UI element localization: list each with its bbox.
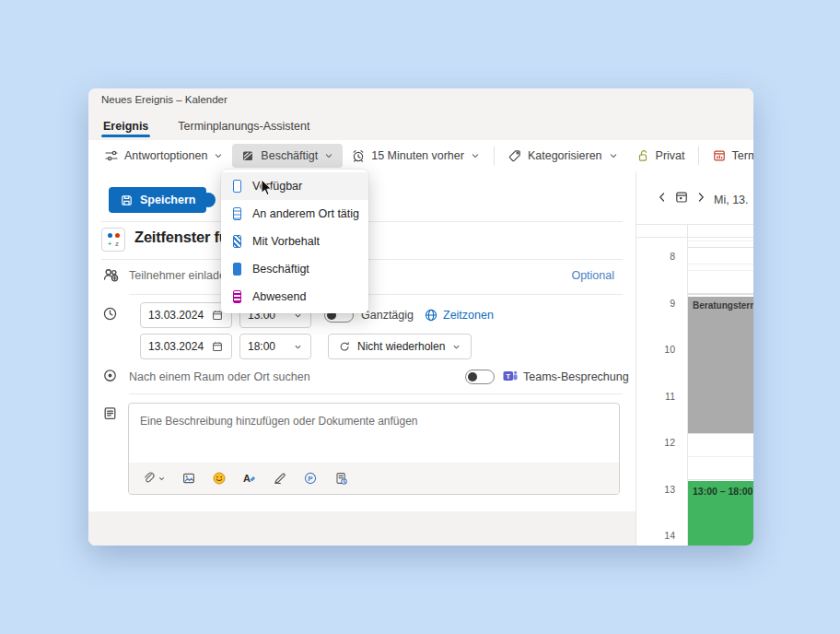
save-button[interactable]: Speichern [109,187,206,213]
previous-day-button[interactable] [657,192,668,203]
sync-icon [338,340,351,353]
time-zones-link[interactable]: Zeitzonen [443,309,494,322]
tab-ereignis[interactable]: Ereignis [101,120,150,140]
status-option-beschaeftigt[interactable]: Beschäftigt [221,255,368,283]
chevron-down-icon [608,150,619,161]
response-options-button[interactable]: Antwortoptionen [96,144,232,168]
attach-file-button[interactable] [142,471,166,486]
status-busy-swatch-icon [233,263,241,276]
toolbar-divider [494,147,495,165]
desktop-background: Neues Ereignis – Kalender Ereignis Termi… [0,0,840,634]
chevron-down-icon [323,150,334,161]
next-day-button[interactable] [695,192,706,203]
start-date-value: 13.03.2024 [148,309,205,322]
private-button[interactable]: Privat [627,144,694,168]
draw-pen-button[interactable] [273,471,287,486]
globe-icon [424,308,438,323]
categorize-label: Kategorisieren [528,149,602,162]
description-placeholder: Eine Beschreibung hinzufügen oder Dokume… [129,404,619,428]
reminder-button[interactable]: 15 Minuten vorher [343,144,489,168]
svg-text:T: T [506,372,510,381]
mouse-cursor [261,179,274,197]
chevron-down-icon [451,342,461,352]
end-date-input[interactable]: 13.03.2024 [140,334,232,359]
hour-label: 11 [636,391,675,402]
save-label: Speichern [140,194,195,206]
status-option-label: Beschäftigt [252,263,309,276]
day-header-date[interactable]: Mi, 13. [714,194,749,206]
scheduling-poll-button[interactable]: Terminplanungsumfrage [704,144,753,168]
ribbon-toolbar: Antwortoptionen Beschäftigt [88,140,753,171]
end-time-input[interactable]: 18:00 [239,334,311,359]
calendar-event-new-timeslot[interactable]: 13:00 – 18:00 [688,481,753,546]
private-label: Privat [656,149,685,162]
status-away-swatch-icon [233,290,241,303]
hour-label: 8 [636,251,675,262]
ribbon-tabs: Ereignis Terminplanungs-Assistent [88,111,753,140]
emoji-glyph-z: z [113,240,121,248]
status-option-abwesend[interactable]: Abwesend [221,283,368,311]
tab-terminplanungs-assistent[interactable]: Terminplanungs-Assistent [176,120,311,140]
status-option-an-anderem-ort[interactable]: An anderem Ort tätig [221,200,368,228]
calendar-event-beratungstermin[interactable]: Beratungstermin [688,297,753,433]
show-as-dropdown-menu: Verfügbar An anderem Ort tätig Mit Vorbe… [221,170,368,313]
description-icon [102,405,118,421]
status-option-label: Abwesend [252,290,306,303]
insert-image-button[interactable] [181,471,196,486]
hour-label: 13 [636,484,675,495]
event-emoji-picker-button[interactable]: + z [101,228,125,252]
go-to-date-icon[interactable] [674,190,689,205]
all-day-label: Ganztägig [361,309,414,322]
description-editor[interactable]: Eine Beschreibung hinzufügen oder Dokume… [128,403,620,495]
day-calendar-panel: Mi, 13. 8 9 10 11 12 13 14 Beratungsterm… [636,171,753,546]
end-time-value: 18:00 [248,340,287,353]
clock-icon [102,306,118,322]
hour-label: 9 [636,298,675,309]
reminder-label: 15 Minuten vorher [371,149,464,162]
status-option-label: Mit Vorbehalt [252,235,320,248]
end-date-value: 13.03.2024 [148,340,205,353]
event-title-input[interactable]: Zeitfenster fü [134,229,228,246]
save-icon [120,194,134,207]
categorize-button[interactable]: Kategorisieren [499,144,627,168]
hour-label: 14 [636,530,675,541]
loop-component-button[interactable]: P [303,471,318,486]
location-input[interactable]: Nach einem Raum oder Ort suchen [129,370,310,383]
emoji-glyph-plus: + [106,240,113,248]
location-icon [102,368,118,383]
day-calendar-header: Mi, 13. [636,171,753,224]
teams-meeting-toggle[interactable] [465,370,495,384]
tag-icon [508,148,522,163]
divider [129,393,623,394]
toggle-knob [468,372,477,382]
window-titlebar: Neues Ereignis – Kalender [88,88,753,111]
hour-label: 10 [636,344,675,355]
status-option-mit-vorbehalt[interactable]: Mit Vorbehalt [221,228,368,255]
calendar-icon [211,340,224,353]
svg-text:A: A [243,473,251,484]
teams-meeting-label: Teams-Besprechung [523,370,629,383]
scheduling-poll-icon [712,148,727,163]
toolbar-divider [698,147,699,165]
divider [129,294,623,295]
status-option-verfuegbar[interactable]: Verfügbar [221,172,368,200]
emoji-button[interactable] [212,471,227,486]
status-free-swatch-icon [233,180,241,193]
chevron-down-icon [470,150,481,161]
new-event-window: Neues Ereignis – Kalender Ereignis Termi… [88,88,753,546]
form-footer-area [88,511,636,546]
optional-attendees-link[interactable]: Optional [571,269,614,282]
busy-status-icon [240,148,255,163]
recurrence-dropdown[interactable]: Nicht wiederholen [328,334,472,359]
format-text-button[interactable]: A [242,471,257,486]
start-date-input[interactable]: 13.03.2024 [140,302,232,328]
editor-toolbar: A P [129,463,619,494]
status-tentative-swatch-icon [233,235,241,248]
calendar-color-dot[interactable] [201,193,216,207]
attendees-input[interactable]: Teilnehmer einladen [129,269,232,282]
document-send-button[interactable] [333,471,348,486]
show-as-button[interactable]: Beschäftigt [232,144,343,168]
emoji-glyph-blue [108,233,112,238]
emoji-glyph-red [115,233,120,238]
people-add-icon [102,266,119,283]
